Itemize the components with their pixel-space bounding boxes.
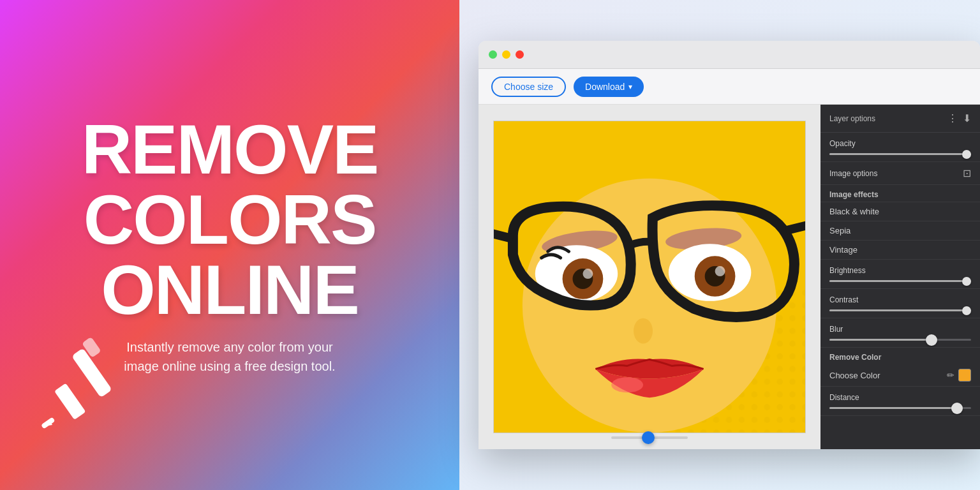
canvas-area[interactable] [479,105,820,449]
blur-thumb[interactable] [926,334,937,346]
download-panel-icon[interactable]: ⬇ [963,112,971,124]
sepia-label: Sepia [829,226,850,235]
brightness-thumb[interactable] [962,277,971,286]
title-line3: ONLINE [101,250,359,329]
window-content: Layer options ⋮ ⬇ Opacity [479,105,980,449]
right-panel: Choose size Download [459,0,980,490]
vintage-row[interactable]: Vintage [820,241,980,260]
download-button[interactable]: Download [574,77,644,97]
color-swatch[interactable] [958,369,971,382]
svg-point-18 [715,266,725,276]
hero-subtitle: Instantly remove any color from your ima… [118,338,341,376]
choose-color-row[interactable]: Choose Color ✏ [820,364,980,387]
black-white-row[interactable]: Black & white [820,202,980,221]
window-dot-green[interactable] [489,50,497,59]
panel-header-title: Layer options [829,114,875,123]
distance-section: Distance [820,387,980,416]
svg-point-21 [634,318,653,344]
remove-color-header: Remove Color [820,348,980,364]
crop-icon[interactable]: ⊡ [963,167,971,179]
opacity-thumb[interactable] [962,150,971,159]
brightness-label: Brightness [829,266,971,275]
svg-point-22 [611,377,643,392]
sepia-row[interactable]: Sepia [820,221,980,241]
hero-title: REMOVE COLORS ONLINE [82,114,378,325]
distance-slider-row [829,407,971,409]
main-container: REMOVE COLORS ONLINE Instantly remove an… [0,0,980,490]
blur-slider[interactable] [829,339,971,341]
panel-divider-icon: ⋮ [947,112,958,124]
canvas-image [494,121,805,433]
title-line1: REMOVE [82,110,378,188]
canvas-inner [493,121,806,433]
eyedropper-icon [38,337,115,439]
window-titlebar [479,41,980,69]
svg-rect-3 [41,417,56,429]
edit-icon[interactable]: ✏ [947,370,954,380]
distance-slider[interactable] [829,407,971,409]
distance-thumb[interactable] [951,403,963,414]
image-options-label: Image options [829,169,877,178]
contrast-thumb[interactable] [962,306,971,315]
contrast-section: Contrast [820,289,980,318]
opacity-slider-row [829,153,971,155]
image-effects-header: Image effects [820,185,980,202]
brightness-slider[interactable] [829,280,971,282]
contrast-slider-row [829,309,971,311]
zoom-track[interactable] [611,436,688,439]
blur-slider-row [829,339,971,341]
app-window: Choose size Download [479,41,980,449]
window-dot-red[interactable] [516,50,524,59]
title-line2: COLORS [84,180,376,258]
zoom-thumb[interactable] [642,431,655,444]
blur-label: Blur [829,325,971,334]
opacity-section: Opacity [820,133,980,162]
opacity-slider[interactable] [829,153,971,155]
left-panel: REMOVE COLORS ONLINE Instantly remove an… [0,0,459,490]
panel-header: Layer options ⋮ ⬇ [820,105,980,133]
window-dot-yellow[interactable] [502,50,510,59]
brightness-section: Brightness [820,260,980,289]
image-options-section: Image options ⊡ [820,162,980,185]
contrast-slider[interactable] [829,309,971,311]
layer-options-panel: Layer options ⋮ ⬇ Opacity [820,105,980,449]
distance-label: Distance [829,393,971,402]
choose-size-button[interactable]: Choose size [491,77,566,97]
brightness-slider-row [829,280,971,282]
vintage-label: Vintage [829,245,858,255]
blur-section: Blur [820,318,980,348]
choose-color-label: Choose Color [829,371,880,380]
black-white-label: Black & white [829,207,879,216]
svg-rect-1 [54,383,86,420]
window-toolbar: Choose size Download [479,69,980,105]
contrast-label: Contrast [829,295,971,304]
zoom-slider-container [611,436,688,439]
svg-point-14 [583,269,593,279]
opacity-label: Opacity [829,139,971,148]
